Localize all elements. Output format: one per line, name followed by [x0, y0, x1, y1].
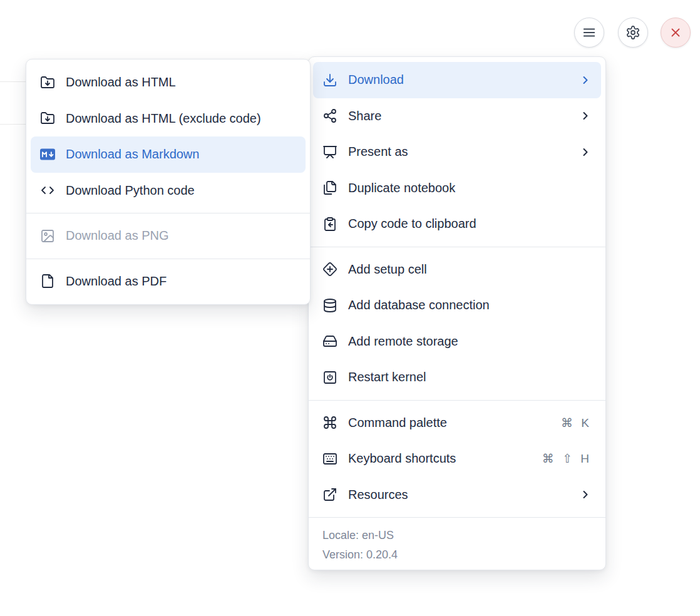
- menu-item-keyboard-shortcuts[interactable]: Keyboard shortcuts ⌘ ⇧ H: [313, 441, 601, 477]
- diamond-plus-icon: [322, 262, 337, 277]
- menu-item-label: Add setup cell: [348, 262, 592, 277]
- menu-item-add-database-connection[interactable]: Add database connection: [313, 287, 601, 324]
- menu-item-download[interactable]: Download: [313, 62, 601, 98]
- page-divider-line: [0, 81, 26, 82]
- menu-item-label: Share: [348, 109, 579, 123]
- hard-drive-icon: [322, 334, 337, 349]
- chevron-right-icon: [579, 110, 592, 122]
- menu-separator: [26, 213, 310, 213]
- menu-item-label: Download as HTML: [66, 75, 296, 90]
- menu-item-label: Resources: [348, 488, 579, 502]
- external-link-icon: [322, 487, 337, 502]
- menu-item-label: Download as PDF: [66, 274, 296, 289]
- shortcut-hint: ⌘ K: [561, 416, 592, 430]
- share-icon: [322, 108, 337, 123]
- menu-item-copy-code[interactable]: Copy code to clipboard: [313, 206, 601, 242]
- folder-down-icon: [40, 111, 55, 126]
- keyboard-icon: [322, 451, 337, 466]
- hamburger-icon: [582, 26, 596, 39]
- menu-item-label: Copy code to clipboard: [348, 217, 592, 231]
- menu-item-label: Add database connection: [348, 298, 592, 312]
- menu-item-duplicate-notebook[interactable]: Duplicate notebook: [313, 170, 601, 207]
- notebook-actions-menu: Download Share Present as Duplicate note…: [308, 56, 606, 570]
- menu-item-label: Download Python code: [66, 183, 296, 198]
- menu-separator: [26, 259, 310, 259]
- file-icon: [40, 274, 55, 289]
- download-submenu: Download as HTML Download as HTML (exclu…: [26, 59, 311, 305]
- markdown-icon: [40, 147, 55, 162]
- notebook-menu-button[interactable]: [574, 18, 604, 48]
- menu-item-label: Download as HTML (exclude code): [66, 111, 296, 126]
- menu-item-add-setup-cell[interactable]: Add setup cell: [313, 252, 601, 288]
- menu-item-label: Download as PNG: [66, 228, 296, 243]
- menu-item-download-png: Download as PNG: [31, 218, 306, 254]
- chevron-right-icon: [579, 74, 592, 86]
- menu-item-add-remote-storage[interactable]: Add remote storage: [313, 324, 601, 360]
- menu-item-label: Restart kernel: [348, 370, 592, 384]
- menu-item-resources[interactable]: Resources: [313, 477, 601, 513]
- chevron-right-icon: [579, 146, 592, 158]
- command-icon: [322, 415, 337, 430]
- image-icon: [40, 228, 55, 244]
- menu-item-download-python[interactable]: Download Python code: [31, 173, 306, 209]
- clipboard-copy-icon: [322, 217, 337, 232]
- menu-item-share[interactable]: Share: [313, 98, 601, 135]
- settings-button[interactable]: [618, 18, 648, 48]
- page-divider-line: [0, 124, 26, 125]
- menu-footer: Locale: en-US Version: 0.20.4: [309, 522, 605, 565]
- presentation-icon: [322, 145, 337, 160]
- menu-item-download-markdown[interactable]: Download as Markdown: [31, 136, 306, 173]
- menu-item-label: Duplicate notebook: [348, 181, 592, 195]
- version-text: Version: 0.20.4: [322, 545, 592, 565]
- menu-item-label: Present as: [348, 145, 579, 159]
- power-square-icon: [322, 370, 337, 385]
- duplicate-icon: [322, 180, 337, 195]
- folder-down-icon: [40, 75, 55, 90]
- menu-item-label: Keyboard shortcuts: [348, 451, 542, 466]
- menu-separator: [309, 517, 605, 518]
- close-icon: [669, 26, 682, 39]
- chevron-right-icon: [579, 488, 592, 501]
- menu-item-download-html[interactable]: Download as HTML: [31, 64, 306, 101]
- menu-item-present-as[interactable]: Present as: [313, 134, 601, 170]
- database-icon: [322, 298, 337, 313]
- menu-separator: [309, 400, 605, 401]
- menu-item-label: Download: [348, 73, 579, 87]
- menu-separator: [309, 247, 605, 247]
- menu-item-download-pdf[interactable]: Download as PDF: [31, 264, 306, 300]
- menu-item-label: Download as Markdown: [66, 147, 296, 162]
- menu-item-command-palette[interactable]: Command palette ⌘ K: [313, 405, 601, 441]
- menu-item-label: Add remote storage: [348, 334, 592, 349]
- download-icon: [322, 73, 337, 88]
- close-button[interactable]: [661, 18, 691, 48]
- gear-icon: [625, 25, 641, 40]
- shortcut-hint: ⌘ ⇧ H: [542, 451, 592, 466]
- menu-item-restart-kernel[interactable]: Restart kernel: [313, 359, 601, 396]
- menu-item-label: Command palette: [348, 416, 561, 430]
- menu-item-download-html-exclude-code[interactable]: Download as HTML (exclude code): [31, 101, 306, 137]
- locale-text: Locale: en-US: [322, 526, 592, 545]
- code-icon: [40, 183, 55, 198]
